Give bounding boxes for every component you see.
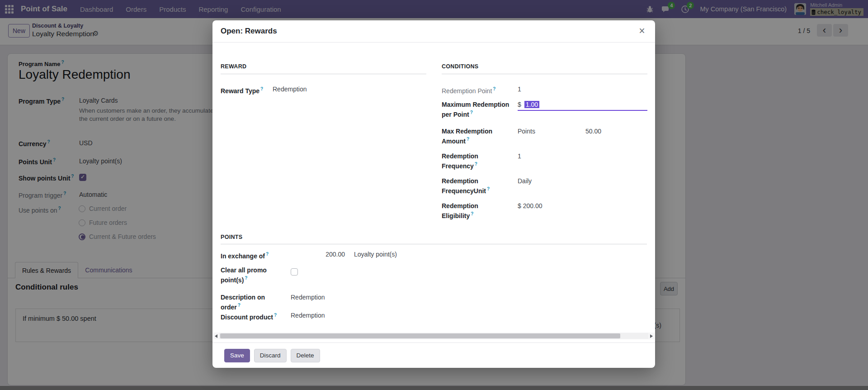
max-redemption-amount-label: Max Redemption Amount? [442, 127, 518, 145]
open-rewards-dialog: Open: Rewards REWARD CONDITIONS Reward T… [212, 20, 655, 368]
redemption-eligibility-value[interactable]: $ 200.00 [518, 202, 542, 210]
redemption-point-value: 1 [518, 85, 521, 93]
redemption-frequency-label: Redemption Frequency? [442, 152, 518, 170]
redemption-frequency-value[interactable]: 1 [518, 152, 521, 160]
description-on-order-row: Description on order? Redemption [221, 293, 325, 311]
close-icon[interactable] [635, 24, 649, 38]
currency-symbol: $ [518, 101, 521, 108]
discount-product-value[interactable]: Redemption [291, 311, 325, 319]
help-icon: ? [467, 137, 469, 142]
scroll-left-icon[interactable] [213, 333, 219, 339]
max-redemption-per-point-label: Maximum Redemption per Point? [442, 100, 518, 119]
description-on-order-value[interactable]: Redemption [291, 293, 325, 301]
section-conditions: CONDITIONS [442, 63, 647, 74]
max-redemption-amount-type[interactable]: Points [518, 127, 585, 135]
discount-product-label: Discount product? [221, 311, 291, 321]
clear-promo-label: Clear all promo point(s)? [221, 266, 291, 284]
discard-button[interactable]: Discard [254, 349, 287, 362]
clear-promo-checkbox[interactable] [291, 268, 298, 276]
scroll-right-icon[interactable] [648, 333, 655, 339]
in-exchange-unit: Loyalty point(s) [354, 250, 397, 258]
max-redemption-amount-row: Max Redemption Amount? Points 50.00 [442, 127, 601, 145]
reward-type-label: Reward Type? [221, 85, 273, 95]
redemption-point-row: Redemption Point? 1 [442, 85, 521, 95]
help-icon: ? [266, 252, 269, 257]
modal-horizontal-scrollbar[interactable] [213, 333, 655, 339]
max-redemption-per-point-input[interactable]: 1.00 [524, 101, 539, 108]
scrollbar-thumb[interactable] [220, 333, 620, 338]
help-icon: ? [238, 303, 241, 308]
help-icon: ? [274, 313, 277, 318]
description-on-order-label: Description on order? [221, 293, 291, 311]
redemption-frequency-unit-row: Redemption FrequencyUnit? Daily [442, 177, 532, 195]
max-redemption-amount-value[interactable]: 50.00 [585, 127, 601, 135]
section-reward: REWARD [221, 63, 426, 74]
focused-input-underline [518, 110, 647, 111]
in-exchange-label: In exchange of? [221, 250, 291, 260]
redemption-frequency-unit-value[interactable]: Daily [518, 177, 532, 185]
max-redemption-per-point-row: Maximum Redemption per Point? $1.00 [442, 100, 539, 119]
dialog-footer: Save Discard Delete [212, 342, 655, 368]
help-icon: ? [470, 110, 473, 115]
in-exchange-value[interactable]: 200.00 [291, 250, 345, 258]
redemption-eligibility-label: Redemption Eligibility? [442, 202, 518, 220]
redemption-eligibility-row: Redemption Eligibility? $ 200.00 [442, 202, 542, 220]
clear-promo-row: Clear all promo point(s)? [221, 266, 291, 284]
redemption-frequency-unit-label: Redemption FrequencyUnit? [442, 177, 518, 195]
section-points: POINTS [221, 234, 647, 244]
help-icon: ? [475, 162, 477, 166]
in-exchange-row: In exchange of? 200.00 Loyalty point(s) [221, 250, 397, 260]
discount-product-row: Discount product? Redemption [221, 311, 325, 321]
redemption-point-label: Redemption Point? [442, 85, 518, 95]
help-icon: ? [493, 86, 495, 91]
dialog-title: Open: Rewards [221, 27, 277, 36]
reward-type-row: Reward Type? Redemption [221, 85, 307, 95]
help-icon: ? [471, 211, 473, 216]
help-icon: ? [260, 86, 263, 91]
help-icon: ? [487, 186, 490, 191]
help-icon: ? [245, 276, 247, 281]
delete-button[interactable]: Delete [291, 349, 320, 362]
max-redemption-per-point-field[interactable]: $1.00 [518, 100, 539, 109]
scrollbar-track[interactable] [219, 333, 648, 339]
redemption-frequency-row: Redemption Frequency? 1 [442, 152, 521, 170]
save-button[interactable]: Save [224, 349, 250, 362]
reward-type-value[interactable]: Redemption [273, 85, 307, 93]
dialog-header: Open: Rewards [212, 20, 655, 43]
